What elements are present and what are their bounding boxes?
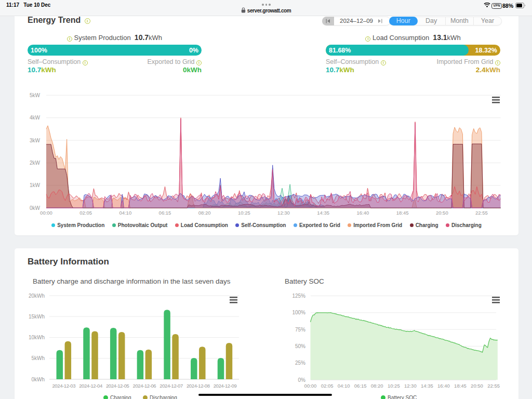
svg-text:18:45: 18:45 [454,383,467,389]
svg-text:2024-12-08: 2024-12-08 [187,383,210,389]
svg-text:1kW: 1kW [30,182,41,188]
svg-text:00:00: 00:00 [304,383,317,389]
svg-text:06:15: 06:15 [354,383,367,389]
svg-text:25%: 25% [295,360,305,366]
svg-text:14:35: 14:35 [421,383,433,389]
svg-text:20:50: 20:50 [471,383,483,389]
svg-text:08:20: 08:20 [198,210,211,216]
svg-text:10:25: 10:25 [388,383,400,389]
svg-text:5kW: 5kW [30,92,41,98]
svg-text:16:40: 16:40 [437,383,450,389]
svg-text:22:55: 22:55 [487,383,500,389]
svg-text:2024-12-03: 2024-12-03 [52,383,75,389]
svg-text:2024-12-05: 2024-12-05 [106,383,129,389]
svg-text:20:50: 20:50 [436,210,448,216]
svg-text:2024-12-09: 2024-12-09 [214,383,237,389]
svg-text:2kW: 2kW [30,160,41,166]
svg-text:0%: 0% [298,377,306,383]
svg-text:0kW: 0kW [30,205,41,211]
svg-text:02:05: 02:05 [321,383,334,389]
svg-text:22:55: 22:55 [475,210,488,216]
svg-text:02:05: 02:05 [79,210,92,216]
svg-text:18:45: 18:45 [396,210,409,216]
svg-text:04:10: 04:10 [338,383,350,389]
svg-text:50%: 50% [295,343,305,349]
svg-text:16:40: 16:40 [357,210,369,216]
svg-text:5kWh: 5kWh [31,355,45,361]
svg-text:2024-12-06: 2024-12-06 [133,383,156,389]
svg-text:4kW: 4kW [30,115,41,121]
svg-text:75%: 75% [295,327,305,332]
svg-text:08:20: 08:20 [371,383,383,389]
svg-text:04:10: 04:10 [119,210,131,216]
svg-text:06:15: 06:15 [159,210,171,216]
svg-text:10kWh: 10kWh [29,335,45,340]
svg-text:0kWh: 0kWh [31,377,45,382]
svg-text:12:30: 12:30 [404,383,417,389]
svg-text:2024-12-07: 2024-12-07 [159,383,183,389]
svg-text:2024-12-04: 2024-12-04 [79,383,102,389]
svg-text:12:30: 12:30 [277,210,290,216]
svg-text:125%: 125% [292,293,305,299]
svg-text:3kW: 3kW [30,138,41,143]
svg-text:00:00: 00:00 [40,210,52,216]
svg-text:14:35: 14:35 [317,210,329,216]
svg-text:20kWh: 20kWh [29,293,45,299]
svg-text:15kWh: 15kWh [29,314,45,320]
svg-text:100%: 100% [292,310,305,315]
svg-text:10:25: 10:25 [238,210,250,216]
